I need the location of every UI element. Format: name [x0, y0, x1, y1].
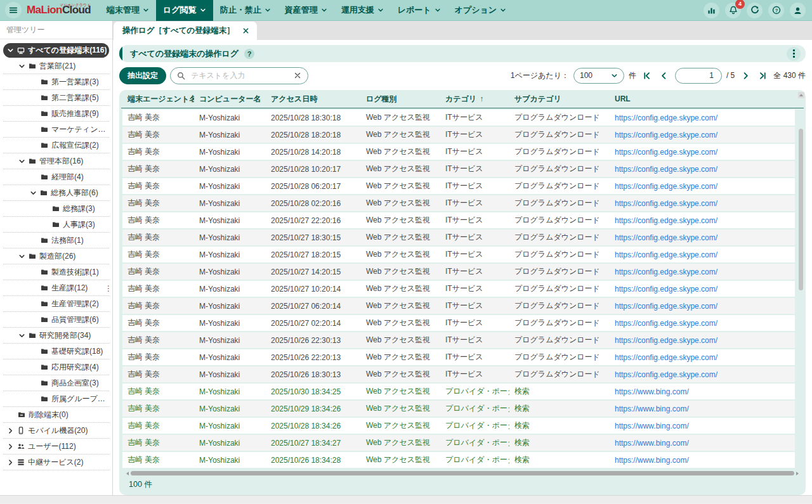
table-row[interactable]: 吉崎 美奈M-Yoshizaki2025/10/27 06:20:14Web ア…	[122, 298, 795, 314]
nav-menu-item[interactable]: 運用支援	[334, 0, 391, 21]
notifications-button[interactable]: 4	[725, 3, 741, 18]
tree-item[interactable]: 製造技術課(1)	[3, 264, 109, 280]
tree-item[interactable]: マーケティング課(2)	[3, 122, 109, 138]
scroll-right-arrow[interactable]	[796, 472, 799, 475]
table-row[interactable]: 吉崎 美奈M-Yoshizaki2025/10/29 18:34:26Web ア…	[122, 401, 795, 417]
cell-url[interactable]: https://www.bing.com/	[610, 456, 795, 465]
tree-item[interactable]: 総務課(3)	[3, 201, 109, 217]
cell-url[interactable]: https://www.bing.com/	[610, 404, 795, 413]
table-row[interactable]: 吉崎 美奈M-Yoshizaki2025/10/28 14:20:18Web ア…	[122, 144, 795, 160]
cell-url[interactable]: https://config.edge.skype.com/	[610, 165, 795, 174]
cell-url[interactable]: https://config.edge.skype.com/	[610, 370, 795, 379]
nav-menu-item[interactable]: レポート	[391, 0, 448, 21]
first-page-button[interactable]	[641, 69, 653, 82]
tree-item[interactable]: 管理本部(16)	[3, 153, 109, 169]
cell-url[interactable]: https://config.edge.skype.com/	[610, 353, 795, 362]
scroll-up-arrow[interactable]	[798, 92, 804, 98]
table-row[interactable]: 吉崎 美奈M-Yoshizaki2025/10/28 18:30:18Web ア…	[122, 110, 795, 126]
cell-url[interactable]: https://config.edge.skype.com/	[610, 216, 795, 225]
tree-item[interactable]: 製造部(26)	[3, 249, 109, 264]
scroll-left-arrow[interactable]	[126, 472, 129, 475]
cell-url[interactable]: https://config.edge.skype.com/	[610, 233, 795, 242]
tree-item[interactable]: 品質管理課(6)	[3, 312, 109, 328]
cell-url[interactable]: https://config.edge.skype.com/	[610, 113, 795, 122]
tree-item[interactable]: 販売推進課(9)	[3, 106, 109, 122]
column-header[interactable]: URL	[610, 94, 795, 103]
table-row[interactable]: 吉崎 美奈M-Yoshizaki2025/10/26 18:30:13Web ア…	[122, 366, 795, 382]
column-header[interactable]: サブカテゴリ	[509, 94, 610, 105]
chart-button[interactable]	[704, 3, 719, 18]
table-row[interactable]: 吉崎 美奈M-Yoshizaki2025/10/27 02:20:14Web ア…	[122, 315, 795, 331]
sidebar-resize-handle[interactable]: ⋮	[105, 284, 112, 293]
cell-url[interactable]: https://www.bing.com/	[610, 387, 795, 396]
tree-item[interactable]: 経理部(4)	[3, 169, 109, 185]
table-row[interactable]: 吉崎 美奈M-Yoshizaki2025/10/28 06:20:17Web ア…	[122, 178, 795, 194]
table-row[interactable]: 吉崎 美奈M-Yoshizaki2025/10/27 18:20:15Web ア…	[122, 247, 795, 262]
cell-url[interactable]: https://config.edge.skype.com/	[610, 199, 795, 208]
table-row[interactable]: 吉崎 美奈M-Yoshizaki2025/10/30 18:34:25Web ア…	[122, 384, 795, 399]
table-row[interactable]: 吉崎 美奈M-Yoshizaki2025/10/28 18:20:18Web ア…	[122, 127, 795, 143]
nav-menu-item[interactable]: 防止・禁止	[213, 0, 278, 21]
cell-url[interactable]: https://config.edge.skype.com/	[610, 148, 795, 157]
cell-url[interactable]: https://config.edge.skype.com/	[610, 182, 795, 191]
table-row[interactable]: 吉崎 美奈M-Yoshizaki2025/10/28 10:20:17Web ア…	[122, 161, 795, 177]
last-page-button[interactable]	[756, 69, 769, 82]
panel-help-button[interactable]: ?	[244, 49, 254, 59]
extract-settings-button[interactable]: 抽出設定	[119, 67, 166, 84]
tree-item[interactable]: 中継サービス(2)	[3, 455, 109, 470]
table-row[interactable]: 吉崎 美奈M-Yoshizaki2025/10/26 18:34:28Web ア…	[122, 452, 795, 468]
nav-menu-item[interactable]: ログ閲覧	[156, 0, 213, 21]
column-header[interactable]: 端末エージェント名	[122, 94, 194, 105]
account-button[interactable]	[790, 3, 806, 18]
cell-url[interactable]: https://config.edge.skype.com/	[610, 285, 795, 294]
table-row[interactable]: 吉崎 美奈M-Yoshizaki2025/10/27 18:34:27Web ア…	[122, 435, 795, 451]
tree-item[interactable]: 法務部(1)	[3, 233, 109, 249]
cell-url[interactable]: https://config.edge.skype.com/	[610, 268, 795, 276]
table-row[interactable]: 吉崎 美奈M-Yoshizaki2025/10/26 22:30:13Web ア…	[122, 332, 795, 348]
prev-page-button[interactable]	[658, 69, 671, 82]
table-row[interactable]: 吉崎 美奈M-Yoshizaki2025/10/27 22:20:16Web ア…	[122, 212, 795, 228]
tab-close-button[interactable]	[242, 27, 249, 34]
horizontal-scrollbar[interactable]	[126, 471, 799, 476]
nav-menu-item[interactable]: 資産管理	[278, 0, 334, 21]
per-page-select[interactable]: 100	[573, 68, 624, 84]
hamburger-menu-button[interactable]	[5, 2, 22, 18]
vertical-scroll-thumb[interactable]	[799, 129, 803, 290]
tree-item[interactable]: 生産管理課(2)	[3, 296, 109, 312]
page-number-input[interactable]	[675, 68, 722, 84]
tree-item[interactable]: 削除端末(0)	[3, 407, 109, 423]
table-row[interactable]: 吉崎 美奈M-Yoshizaki2025/10/27 18:30:15Web ア…	[122, 229, 795, 245]
tree-item[interactable]: 総務人事部(6)	[3, 185, 109, 201]
cell-url[interactable]: https://www.bing.com/	[610, 422, 795, 430]
help-button[interactable]: ?	[768, 3, 784, 18]
tab-operation-log[interactable]: 操作ログ［すべての登録端末］	[114, 22, 257, 40]
tree-item[interactable]: 商品企画室(3)	[3, 375, 109, 391]
table-row[interactable]: 吉崎 美奈M-Yoshizaki2025/10/27 10:20:14Web ア…	[122, 281, 795, 297]
search-input[interactable]	[190, 70, 289, 81]
column-header[interactable]: ログ種別	[361, 94, 440, 105]
column-header[interactable]: アクセス日時	[266, 94, 361, 105]
next-page-button[interactable]	[739, 69, 752, 82]
nav-menu-item[interactable]: オプション	[448, 0, 514, 21]
tree-item[interactable]: 第一営業課(3)	[3, 74, 109, 90]
cell-url[interactable]: https://www.bing.com/	[610, 439, 795, 448]
tree-item[interactable]: 第二営業課(5)	[3, 90, 109, 106]
horizontal-scroll-thumb[interactable]	[131, 471, 794, 475]
table-row[interactable]: 吉崎 美奈M-Yoshizaki2025/10/27 14:20:15Web ア…	[122, 264, 795, 280]
tree-item[interactable]: 所属グループなし(19)	[3, 391, 109, 407]
table-row[interactable]: 吉崎 美奈M-Yoshizaki2025/10/26 22:20:13Web ア…	[122, 349, 795, 365]
tree-item[interactable]: 広報宣伝課(2)	[3, 138, 109, 153]
tree-item[interactable]: すべての登録端末(116)	[3, 43, 109, 58]
tree-item[interactable]: 基礎研究課(18)	[3, 344, 109, 359]
cell-url[interactable]: https://config.edge.skype.com/	[610, 319, 795, 328]
cell-url[interactable]: https://config.edge.skype.com/	[610, 250, 795, 259]
vertical-scrollbar[interactable]	[798, 110, 804, 465]
tree-item[interactable]: ユーザー(112)	[3, 439, 109, 455]
tree-item[interactable]: 応用研究課(4)	[3, 359, 109, 375]
tree-item[interactable]: モバイル機器(20)	[3, 423, 109, 439]
search-clear-button[interactable]	[294, 72, 301, 79]
tree-item[interactable]: 研究開発部(34)	[3, 328, 109, 344]
kebab-menu-button[interactable]	[787, 47, 801, 61]
table-row[interactable]: 吉崎 美奈M-Yoshizaki2025/10/28 02:20:16Web ア…	[122, 195, 795, 211]
cell-url[interactable]: https://config.edge.skype.com/	[610, 336, 795, 345]
